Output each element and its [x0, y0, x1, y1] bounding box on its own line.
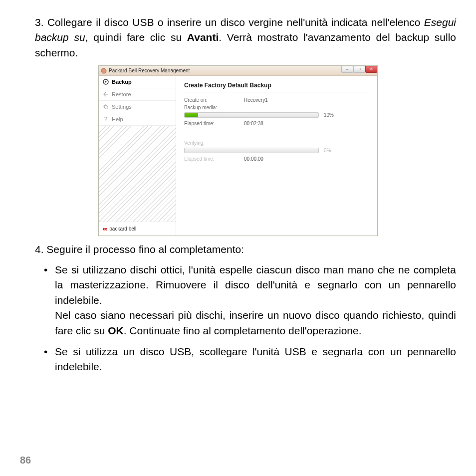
elapsed-2-value: 00:00:00 — [244, 156, 263, 162]
app-window: Packard Bell Recovery Management – □ ✕ B… — [98, 65, 378, 236]
backup-media-row: Backup media: — [184, 105, 369, 110]
elapsed-2-row: Elapsed time: 00:00:00 — [184, 156, 369, 162]
bullet-list: Se si utilizzano dischi ottici, l'unità … — [20, 262, 456, 375]
elapsed-1-value: 00:02:38 — [244, 121, 263, 126]
step-number: 4. — [35, 243, 44, 255]
backup-media-label: Backup media: — [184, 105, 244, 110]
brand-bar: ∞ packard bell — [99, 222, 176, 236]
sidebar-item-settings[interactable]: Settings — [99, 101, 176, 113]
step-4: 4. Seguire il processo fino al completam… — [32, 242, 456, 257]
brand-text: packard bell — [109, 226, 136, 232]
sidebar-item-backup[interactable]: Backup — [99, 76, 176, 88]
progress-1: 10% — [184, 112, 369, 118]
create-on-label: Create on: — [184, 97, 244, 103]
sidebar-label: Restore — [112, 91, 131, 97]
progress-fill-1 — [185, 113, 198, 117]
step-text-mid: , quindi fare clic su — [85, 31, 187, 43]
verifying-row: Verifying: — [184, 140, 369, 146]
minimize-button[interactable]: – — [341, 66, 353, 73]
window-body: Backup Restore Settings ? Help ∞ packard… — [99, 76, 377, 236]
window-title: Packard Bell Recovery Management — [109, 68, 190, 73]
sidebar-item-restore[interactable]: Restore — [99, 88, 176, 101]
restore-icon — [103, 91, 109, 97]
close-button[interactable]: ✕ — [365, 66, 377, 73]
sidebar-item-help[interactable]: ? Help — [99, 113, 176, 126]
create-on-row: Create on: Recovery1 — [184, 97, 369, 103]
help-icon: ? — [103, 116, 109, 122]
brand-logo-icon: ∞ — [103, 225, 107, 233]
progress-pct-2: 0% — [324, 148, 331, 153]
bullet-1-bold: OK — [108, 325, 124, 336]
page-number: 86 — [20, 455, 31, 466]
progress-bar-2 — [184, 148, 319, 153]
content-panel: Create Factory Default Backup Create on:… — [176, 76, 377, 236]
progress-bar-1 — [184, 112, 319, 118]
elapsed-1-row: Elapsed time: 00:02:38 — [184, 121, 369, 126]
bullet-1-text-2b: . Continuate fino al completamento dell'… — [124, 325, 362, 336]
bullet-1: Se si utilizzano dischi ottici, l'unità … — [55, 262, 456, 338]
sidebar: Backup Restore Settings ? Help ∞ packard… — [99, 76, 176, 236]
bullet-2-text: Se si utilizza un disco USB, scollegare … — [55, 346, 456, 372]
gear-icon — [103, 104, 109, 110]
svg-point-2 — [105, 81, 107, 83]
step-number: 3. — [35, 16, 44, 28]
step-text: Seguire il processo fino al completament… — [46, 243, 244, 255]
step-3: 3. Collegare il disco USB o inserire un … — [32, 15, 456, 60]
sidebar-pattern — [99, 126, 176, 222]
maximize-button[interactable]: □ — [353, 66, 365, 73]
bullet-2: Se si utilizza un disco USB, scollegare … — [55, 344, 456, 375]
window-controls: – □ ✕ — [341, 66, 377, 73]
sidebar-label: Backup — [112, 79, 132, 85]
verifying-label: Verifying: — [184, 140, 244, 146]
titlebar: Packard Bell Recovery Management – □ ✕ — [99, 66, 377, 76]
progress-pct-1: 10% — [324, 112, 334, 118]
create-on-value: Recovery1 — [244, 97, 268, 103]
app-icon — [101, 68, 107, 74]
progress-2: 0% — [184, 148, 369, 153]
step-text: Collegare il disco USB o inserire un dis… — [47, 16, 424, 28]
bold-text: Avanti — [187, 31, 219, 43]
sidebar-label: Settings — [112, 104, 132, 110]
content-heading: Create Factory Default Backup — [184, 82, 369, 92]
svg-point-0 — [101, 68, 106, 73]
sidebar-label: Help — [112, 116, 123, 122]
elapsed-1-label: Elapsed time: — [184, 121, 244, 126]
bullet-1-text-1: Se si utilizzano dischi ottici, l'unità … — [55, 264, 456, 306]
elapsed-2-label: Elapsed time: — [184, 156, 244, 162]
disc-icon — [103, 79, 109, 85]
